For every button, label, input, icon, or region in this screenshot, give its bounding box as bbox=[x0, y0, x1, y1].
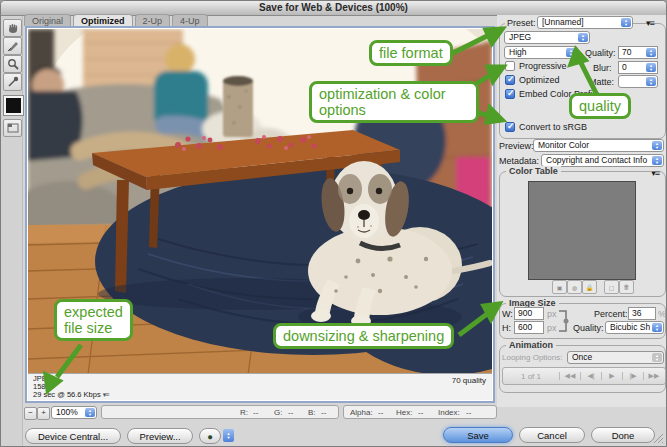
callout-quality: quality bbox=[569, 93, 631, 119]
settings-panel: Preset: [Unnamed] ▾≡ JPEG High Quality: … bbox=[497, 15, 667, 407]
tab-original[interactable]: Original bbox=[24, 14, 71, 26]
candle-centerpiece bbox=[223, 76, 253, 137]
matte-dropdown[interactable] bbox=[618, 75, 658, 88]
preview-status-bar: JPEG 158K 29 sec @ 56.6 Kbps ▾≡ 70 quali… bbox=[28, 373, 492, 400]
color-table-area[interactable] bbox=[528, 181, 636, 280]
alpha-value: -- bbox=[378, 408, 383, 417]
callout-expected-file-size: expected file size bbox=[54, 299, 133, 341]
stepper-icon bbox=[85, 408, 95, 417]
blur-field[interactable]: 0 bbox=[618, 61, 658, 74]
status-flyout-icon[interactable]: ▾≡ bbox=[103, 391, 109, 398]
animation-playback-bar: 1 of 1 ◀◀ ◀| ▶ |▶ ▶▶ bbox=[502, 367, 666, 385]
stepper-icon bbox=[652, 141, 662, 150]
height-field[interactable]: 600 bbox=[514, 321, 544, 334]
g-label: G: bbox=[274, 408, 282, 417]
stepper-icon bbox=[652, 323, 662, 332]
convert-srgb-checkbox[interactable] bbox=[505, 122, 515, 132]
slice-visibility-icon bbox=[7, 122, 19, 134]
next-frame-button[interactable]: |▶ bbox=[622, 372, 643, 380]
color-table-title: Color Table bbox=[506, 166, 561, 177]
tab-2up[interactable]: 2-Up bbox=[135, 14, 171, 26]
device-central-button[interactable]: Device Central... bbox=[25, 428, 121, 444]
color-table-group: Color Table ▾≡ ▣ ◍ 🔒 ▢ 🗑 bbox=[499, 171, 666, 297]
done-button[interactable]: Done bbox=[591, 427, 655, 443]
r-value: -- bbox=[253, 408, 258, 417]
browser-icon-button[interactable]: ● bbox=[199, 428, 221, 444]
cancel-button[interactable]: Cancel bbox=[519, 427, 585, 443]
rgb-readout-bar: R: -- G: -- B: -- bbox=[101, 405, 339, 419]
blur-label: Blur: bbox=[593, 63, 612, 73]
tab-optimized[interactable]: Optimized bbox=[73, 14, 133, 26]
width-field[interactable]: 900 bbox=[514, 307, 544, 320]
web-shift-button[interactable]: ◍ bbox=[567, 280, 582, 294]
progressive-checkbox[interactable] bbox=[505, 61, 515, 71]
prev-frame-button[interactable]: ◀| bbox=[580, 372, 601, 380]
map-transparent-button[interactable]: ▣ bbox=[552, 280, 567, 294]
stepper-icon bbox=[578, 33, 588, 42]
optimized-label: Optimized bbox=[519, 75, 560, 85]
last-frame-button[interactable]: ▶▶ bbox=[643, 372, 664, 380]
magnifier-icon bbox=[7, 58, 19, 70]
preview-dropdown[interactable]: Monitor Color bbox=[533, 139, 664, 152]
percent-label: Percent: bbox=[594, 309, 628, 319]
status-quality-note: 70 quality bbox=[452, 376, 486, 385]
convert-srgb-label: Convert to sRGB bbox=[519, 122, 587, 132]
looping-options-label: Looping Options: bbox=[502, 353, 563, 362]
stepper-icon bbox=[652, 156, 662, 165]
slice-select-tool-button[interactable] bbox=[3, 37, 22, 55]
save-button[interactable]: Save bbox=[443, 427, 513, 443]
resample-quality-dropdown[interactable]: Bicubic Sharper bbox=[605, 321, 664, 334]
tool-column bbox=[1, 16, 23, 446]
looping-options-dropdown[interactable]: Once bbox=[567, 351, 664, 364]
percent-field[interactable]: 36 bbox=[628, 307, 656, 320]
callout-file-format: file format bbox=[369, 40, 453, 66]
matte-color-swatch[interactable] bbox=[4, 96, 23, 115]
b-label: B: bbox=[308, 408, 316, 417]
preview-tabs: Original Optimized 2-Up 4-Up bbox=[24, 14, 208, 26]
stepper-icon bbox=[646, 77, 656, 86]
resize-grip-icon[interactable] bbox=[651, 431, 664, 444]
b-value: -- bbox=[321, 408, 326, 417]
stepper-icon bbox=[652, 353, 662, 362]
hand-tool-button[interactable] bbox=[3, 19, 22, 37]
save-for-web-dialog: Save for Web & Devices (100%) Original O… bbox=[0, 0, 667, 447]
embed-profile-checkbox[interactable] bbox=[505, 89, 515, 99]
progressive-label: Progressive bbox=[519, 61, 567, 71]
link-dimensions-icon bbox=[557, 309, 571, 333]
zoom-level-dropdown[interactable]: 100% bbox=[51, 406, 97, 419]
height-unit: px bbox=[547, 323, 557, 333]
callout-downsizing: downsizing & sharpening bbox=[273, 323, 454, 349]
preview-in-browser-button[interactable]: Preview... bbox=[127, 428, 193, 444]
stepper-icon bbox=[646, 48, 656, 57]
g-value: -- bbox=[288, 408, 293, 417]
first-frame-button[interactable]: ◀◀ bbox=[559, 372, 580, 380]
metadata-label: Metadata: bbox=[499, 156, 539, 166]
eyedropper-icon bbox=[7, 76, 19, 88]
zoom-tool-button[interactable] bbox=[3, 55, 22, 73]
compression-dropdown[interactable]: High bbox=[504, 46, 578, 59]
zoom-in-button[interactable]: + bbox=[37, 407, 50, 420]
delete-color-button[interactable]: 🗑 bbox=[619, 280, 634, 294]
tab-4up[interactable]: 4-Up bbox=[172, 14, 208, 26]
hex-value: -- bbox=[418, 408, 423, 417]
lock-color-button[interactable]: 🔒 bbox=[582, 280, 597, 294]
percent-unit: % bbox=[658, 309, 666, 319]
color-table-flyout-icon[interactable]: ▾≡ bbox=[651, 168, 659, 178]
height-label: H: bbox=[502, 323, 511, 333]
preset-flyout-icon[interactable]: ▾≡ bbox=[646, 18, 654, 28]
preset-dropdown[interactable]: [Unnamed] bbox=[537, 16, 633, 29]
hex-label: Hex: bbox=[396, 408, 412, 417]
quality-field[interactable]: 70 bbox=[618, 46, 658, 59]
new-color-button[interactable]: ▢ bbox=[604, 280, 619, 294]
width-unit: px bbox=[547, 309, 557, 319]
play-button[interactable]: ▶ bbox=[601, 372, 622, 380]
eyedropper-tool-button[interactable] bbox=[3, 73, 22, 91]
zoom-out-button[interactable]: − bbox=[24, 407, 37, 420]
toggle-slices-button[interactable] bbox=[3, 119, 22, 137]
format-dropdown[interactable]: JPEG bbox=[504, 31, 590, 44]
status-download-time: 29 sec @ 56.6 Kbps bbox=[33, 390, 101, 399]
animation-title: Animation bbox=[506, 340, 556, 351]
preset-label: Preset: bbox=[505, 18, 538, 28]
browser-select-stepper[interactable] bbox=[223, 429, 234, 442]
optimized-checkbox[interactable] bbox=[505, 75, 515, 85]
